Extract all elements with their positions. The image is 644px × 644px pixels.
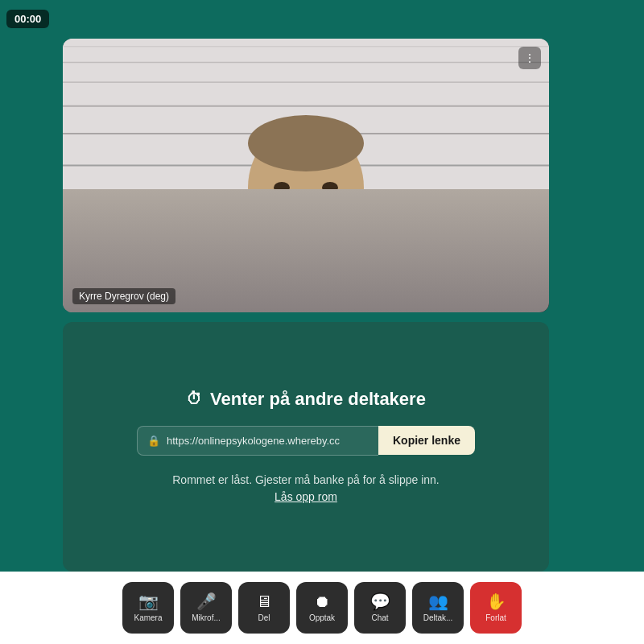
video-more-button[interactable]: ⋮ — [518, 47, 541, 69]
clock-icon: ⏱ — [186, 390, 202, 408]
room-locked-info: Rommet er låst. Gjester må banke på for … — [172, 472, 439, 506]
meeting-url-box: 🔒 https://onlinepsykologene.whereby.cc — [137, 426, 378, 456]
svg-point-11 — [248, 115, 364, 171]
waiting-panel: ⏱ Venter på andre deltakere 🔒 https://on… — [63, 322, 549, 572]
video-feed: Kyrre Dyregrov (deg) ⋮ — [63, 39, 549, 312]
lock-icon: 🔒 — [147, 435, 160, 447]
chat-button[interactable]: 💬 Chat — [354, 582, 406, 634]
mikrofon-button[interactable]: 🎤 Mikrof... — [180, 582, 232, 634]
del-button[interactable]: 🖥 Del — [238, 582, 290, 634]
unlock-room-link[interactable]: Lås opp rom — [275, 490, 337, 503]
chat-icon: 💬 — [370, 593, 390, 609]
del-icon: 🖥 — [256, 593, 272, 609]
waiting-title: ⏱ Venter på andre deltakere — [186, 389, 426, 410]
forlat-label: Forlat — [485, 613, 506, 622]
opptak-button[interactable]: ⏺ Opptak — [296, 582, 348, 634]
kamera-button[interactable]: 📷 Kamera — [122, 582, 174, 634]
meeting-url-text: https://onlinepsykologene.whereby.cc — [167, 435, 340, 447]
mikrofon-label: Mikrof... — [192, 613, 221, 622]
kamera-label: Kamera — [134, 613, 162, 622]
deltakere-icon: 👥 — [428, 593, 448, 609]
kamera-icon: 📷 — [138, 593, 159, 609]
deltakere-button[interactable]: 👥 Deltak... — [412, 582, 464, 634]
opptak-icon: ⏺ — [314, 593, 330, 609]
forlat-button[interactable]: ✋ Forlat — [470, 582, 522, 634]
url-row: 🔒 https://onlinepsykologene.whereby.cc K… — [137, 426, 475, 456]
forlat-icon: ✋ — [486, 593, 506, 609]
copy-link-button[interactable]: Kopier lenke — [378, 426, 475, 455]
mikrofon-icon: 🎤 — [196, 593, 217, 609]
deltakere-label: Deltak... — [423, 613, 453, 622]
participant-name-tag: Kyrre Dyregrov (deg) — [72, 288, 175, 304]
toolbar: 📷 Kamera 🎤 Mikrof... 🖥 Del ⏺ Opptak 💬 Ch… — [0, 572, 644, 644]
timer-display: 00:00 — [6, 10, 49, 28]
opptak-label: Opptak — [309, 613, 335, 622]
chat-label: Chat — [371, 613, 388, 622]
del-label: Del — [258, 613, 270, 622]
